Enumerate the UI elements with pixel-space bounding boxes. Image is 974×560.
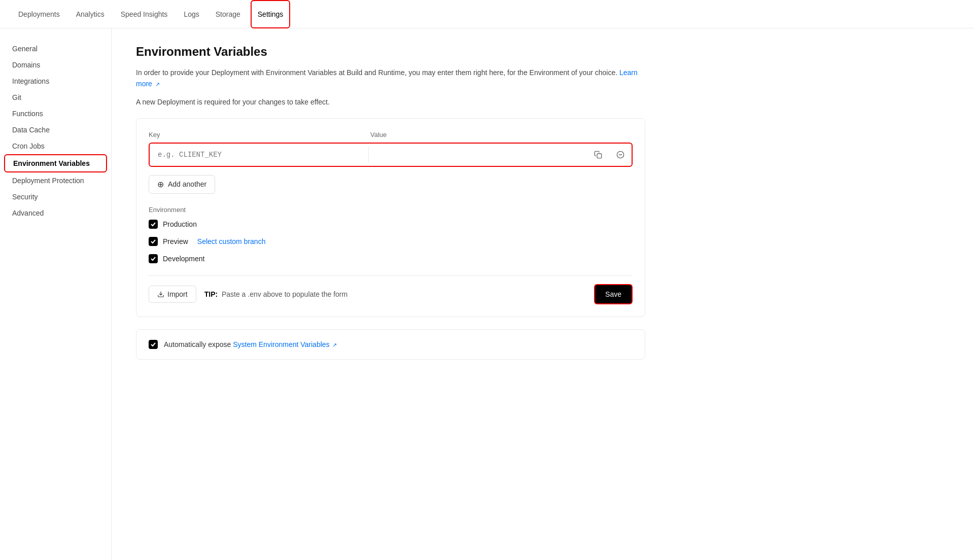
select-custom-branch-link[interactable]: Select custom branch bbox=[197, 237, 266, 246]
kv-labels: Key Value bbox=[149, 131, 633, 138]
development-label[interactable]: Development bbox=[163, 255, 205, 263]
env-option-preview: Preview Select custom branch bbox=[149, 237, 633, 246]
notice-text: A new Deployment is required for your ch… bbox=[136, 98, 645, 106]
kv-divider bbox=[368, 147, 369, 163]
env-vars-card: Key Value bbox=[136, 118, 645, 317]
remove-button[interactable] bbox=[611, 146, 630, 164]
tip-text: TIP: Paste a .env above to populate the … bbox=[204, 290, 348, 298]
development-checkbox[interactable] bbox=[149, 254, 158, 263]
nav-item-storage[interactable]: Storage bbox=[210, 0, 247, 28]
nav-item-analytics[interactable]: Analytics bbox=[70, 0, 111, 28]
value-label: Value bbox=[370, 131, 584, 138]
key-input[interactable] bbox=[152, 146, 364, 164]
main-content: Environment Variables In order to provid… bbox=[112, 28, 670, 560]
save-button[interactable]: Save bbox=[594, 284, 633, 304]
production-checkbox[interactable] bbox=[149, 220, 158, 229]
page-title: Environment Variables bbox=[136, 45, 645, 59]
environment-label: Environment bbox=[149, 206, 633, 214]
sidebar: General Domains Integrations Git Functio… bbox=[0, 28, 112, 560]
footer-actions: Import TIP: Paste a .env above to popula… bbox=[149, 275, 633, 304]
kv-row bbox=[149, 143, 633, 167]
add-another-button[interactable]: ⊕ Add another bbox=[149, 175, 215, 194]
tip-prefix: TIP: bbox=[204, 290, 218, 298]
nav-item-logs[interactable]: Logs bbox=[178, 0, 205, 28]
description: In order to provide your Deployment with… bbox=[136, 67, 645, 90]
sidebar-item-advanced[interactable]: Advanced bbox=[0, 205, 111, 221]
preview-label[interactable]: Preview bbox=[163, 237, 188, 246]
svg-rect-0 bbox=[597, 154, 602, 158]
footer-left: Import TIP: Paste a .env above to popula… bbox=[149, 286, 347, 303]
add-icon: ⊕ bbox=[157, 180, 164, 189]
add-another-label: Add another bbox=[168, 180, 206, 188]
copy-button[interactable] bbox=[589, 146, 607, 164]
sidebar-item-cron-jobs[interactable]: Cron Jobs bbox=[0, 138, 111, 154]
nav-item-speed-insights[interactable]: Speed Insights bbox=[115, 0, 174, 28]
layout: General Domains Integrations Git Functio… bbox=[0, 28, 974, 560]
external-link-icon: ↗ bbox=[155, 80, 160, 89]
sidebar-item-git[interactable]: Git bbox=[0, 89, 111, 106]
ext-link-icon2: ↗ bbox=[332, 342, 337, 348]
import-label: Import bbox=[167, 290, 188, 298]
auto-expose-checkbox[interactable] bbox=[149, 340, 158, 349]
key-label: Key bbox=[149, 131, 362, 138]
sidebar-item-environment-variables[interactable]: Environment Variables bbox=[4, 154, 107, 172]
sidebar-item-domains[interactable]: Domains bbox=[0, 57, 111, 73]
nav-item-settings[interactable]: Settings bbox=[251, 0, 291, 28]
system-env-variables-link[interactable]: System Environment Variables ↗ bbox=[233, 340, 337, 348]
environment-section: Environment Production bbox=[149, 206, 633, 263]
sidebar-item-general[interactable]: General bbox=[0, 41, 111, 57]
import-button[interactable]: Import bbox=[149, 286, 196, 303]
env-option-production: Production bbox=[149, 220, 633, 229]
sidebar-item-integrations[interactable]: Integrations bbox=[0, 73, 111, 89]
auto-expose-text1: Automatically expose bbox=[164, 340, 231, 348]
auto-expose-card: Automatically expose System Environment … bbox=[136, 329, 645, 360]
preview-checkbox[interactable] bbox=[149, 237, 158, 246]
env-option-development: Development bbox=[149, 254, 633, 263]
tip-body: Paste a .env above to populate the form bbox=[222, 290, 347, 298]
sidebar-item-security[interactable]: Security bbox=[0, 189, 111, 205]
auto-expose-text: Automatically expose System Environment … bbox=[164, 340, 337, 348]
production-label[interactable]: Production bbox=[163, 220, 197, 228]
nav-item-deployments[interactable]: Deployments bbox=[12, 0, 66, 28]
description-text: In order to provide your Deployment with… bbox=[136, 68, 617, 77]
top-nav: Deployments Analytics Speed Insights Log… bbox=[0, 0, 974, 28]
sidebar-item-data-cache[interactable]: Data Cache bbox=[0, 122, 111, 138]
sidebar-item-functions[interactable]: Functions bbox=[0, 106, 111, 122]
sidebar-item-deployment-protection[interactable]: Deployment Protection bbox=[0, 172, 111, 189]
import-icon bbox=[157, 291, 164, 298]
value-input[interactable] bbox=[373, 146, 585, 164]
